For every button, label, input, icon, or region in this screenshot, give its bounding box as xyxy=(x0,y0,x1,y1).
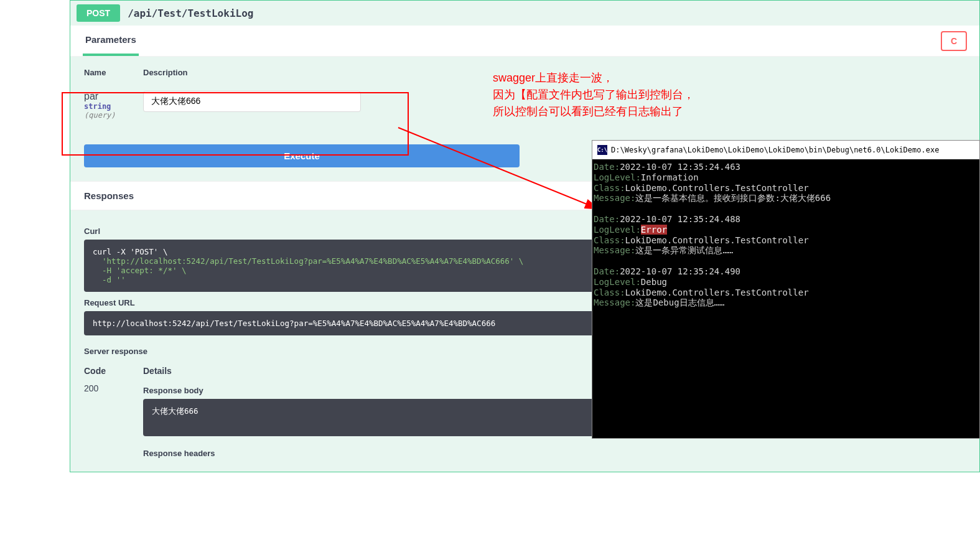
code-column-header: Code xyxy=(84,366,143,376)
response-code: 200 xyxy=(84,380,143,462)
param-location: (query) xyxy=(84,111,143,119)
column-name-header: Name xyxy=(84,68,143,77)
endpoint-path: /api/Test/TestLokiLog xyxy=(128,7,253,19)
response-headers-heading: Response headers xyxy=(143,449,966,458)
console-output[interactable]: Date:2022-10-07 12:35:24.463 LogLevel:In… xyxy=(592,159,979,311)
cancel-button[interactable]: C xyxy=(941,31,967,51)
execute-button[interactable]: Execute xyxy=(84,144,520,167)
details-column-header: Details xyxy=(143,366,172,376)
method-badge: POST xyxy=(77,4,120,22)
console-title-text: D:\Wesky\grafana\LokiDemo\LokiDemo\LokiD… xyxy=(611,146,939,154)
console-app-icon: C:\ xyxy=(597,145,607,155)
param-name: par xyxy=(84,91,143,102)
tabs-row: Parameters C xyxy=(70,26,979,57)
tab-parameters[interactable]: Parameters xyxy=(83,26,139,56)
console-window: C:\ D:\Wesky\grafana\LokiDemo\LokiDemo\L… xyxy=(592,140,980,439)
console-titlebar[interactable]: C:\ D:\Wesky\grafana\LokiDemo\LokiDemo\L… xyxy=(592,141,979,159)
param-value-input[interactable] xyxy=(143,91,361,112)
param-type: string xyxy=(84,102,143,111)
operation-summary[interactable]: POST /api/Test/TestLokiLog xyxy=(70,1,979,26)
annotation-text: swagger上直接走一波， 因为【配置文件内也写了输出到控制台， 所以控制台可… xyxy=(493,70,694,120)
